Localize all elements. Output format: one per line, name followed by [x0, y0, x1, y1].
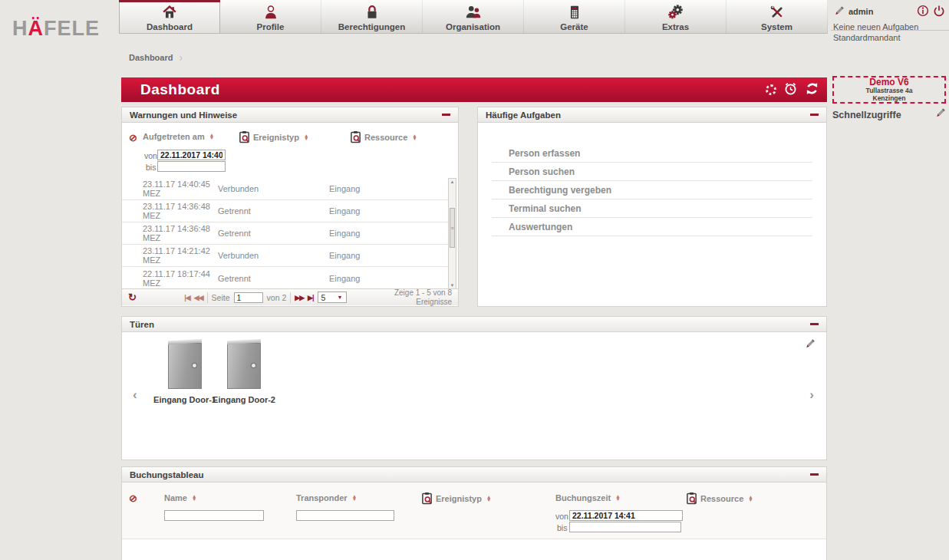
pager-next-button[interactable]: ▶▶ — [295, 294, 304, 301]
table-row[interactable]: 22.11.17 18:17:44 MEZGetrenntEingang — [122, 267, 450, 289]
demo-client-box[interactable]: Demo V6 Tullastrasse 4a Kenzingen — [832, 76, 946, 104]
logout-icon[interactable] — [933, 5, 945, 18]
demo-city: Kenzingen — [873, 95, 906, 102]
frequent-tasks-body: Person erfassen Person suchen Berechtigu… — [478, 123, 826, 305]
task-link-berechtigung-vergeben[interactable]: Berechtigung vergeben — [492, 181, 812, 199]
door-item[interactable]: Eingang Door-2 — [216, 343, 272, 404]
sort-icon[interactable]: ▲▼ — [748, 496, 753, 501]
tab-geraete[interactable]: Geräte — [524, 0, 625, 33]
column-header-ressource[interactable]: Ressource ▲▼ — [350, 130, 417, 143]
breadcrumb: Dashboard › — [129, 51, 183, 64]
lock-icon — [364, 4, 381, 21]
filter-select-icon[interactable] — [686, 492, 697, 505]
column-header-ereignistyp[interactable]: Ereignistyp ▲▼ — [239, 130, 308, 143]
table-row[interactable]: 23.11.17 14:36:48 MEZGetrenntEingang — [122, 200, 450, 222]
tab-label: Berechtigungen — [338, 22, 406, 31]
frequent-tasks-header: Häufige Aufgaben — [478, 107, 826, 123]
tab-label: Profile — [257, 22, 285, 31]
table-row[interactable]: 23.11.17 14:40:45 MEZVerbundenEingang — [122, 178, 450, 200]
minimize-icon[interactable] — [810, 473, 819, 476]
sort-icon[interactable]: ▲▼ — [304, 134, 308, 140]
alarm-icon[interactable] — [783, 81, 798, 99]
scrollbar[interactable]: ▲ ≡ ▼ — [448, 178, 456, 289]
von-label: von — [144, 151, 157, 160]
filter-select-icon[interactable] — [421, 492, 433, 505]
column-header-ereignistyp[interactable]: Ereignistyp ▲▼ — [421, 492, 491, 505]
breadcrumb-item[interactable]: Dashboard — [129, 53, 173, 62]
pager-first-button[interactable]: |◀ — [184, 294, 189, 301]
filter-von-input[interactable] — [569, 510, 683, 521]
home-icon — [161, 4, 178, 21]
clear-filter-icon[interactable]: ⊘ — [129, 492, 137, 504]
sort-icon[interactable]: ▲▼ — [352, 495, 357, 500]
filter-bis-input[interactable] — [569, 522, 681, 532]
filter-select-icon[interactable] — [239, 130, 250, 143]
door-item[interactable]: Eingang Door-1 — [157, 343, 213, 404]
info-icon[interactable] — [917, 5, 929, 18]
bookings-panel-body: ⊘ Name ▲▼ Transponder ▲▼ Ereignistyp ▲▼ … — [122, 483, 826, 560]
doors-panel-title: Türen — [130, 320, 154, 329]
filter-select-icon[interactable] — [350, 130, 361, 143]
sort-icon[interactable]: ▲▼ — [412, 134, 417, 140]
sort-icon[interactable]: ▲▼ — [615, 495, 620, 500]
warnings-panel-header: Warnungen und Hinweise — [122, 107, 458, 123]
column-header-aufgetreten[interactable]: Aufgetreten am ▲▼ — [143, 132, 214, 141]
gears-icon — [667, 4, 684, 21]
column-header-name[interactable]: Name ▲▼ — [164, 493, 196, 502]
tab-berechtigungen[interactable]: Berechtigungen — [321, 0, 423, 33]
tab-organisation[interactable]: Organisation — [423, 0, 524, 33]
main-navigation: Dashboard Profile Berechtigungen Organis… — [119, 0, 828, 34]
scroll-down-icon[interactable]: ▼ — [449, 283, 456, 288]
column-header-buchungszeit[interactable]: Buchungszeit ▲▼ — [555, 493, 621, 502]
person-icon — [262, 4, 279, 21]
minimize-icon[interactable] — [442, 114, 450, 116]
minimize-icon[interactable] — [810, 323, 819, 325]
tab-extras[interactable]: Extras — [625, 0, 727, 33]
tab-label: Geräte — [560, 22, 588, 31]
task-link-auswertungen[interactable]: Auswertungen — [492, 218, 812, 236]
table-row[interactable]: 23.11.17 14:36:48 MEZGetrenntEingang — [122, 222, 450, 245]
scrollbar-thumb[interactable]: ≡ — [450, 208, 455, 248]
task-link-person-suchen[interactable]: Person suchen — [492, 163, 812, 181]
tab-profile[interactable]: Profile — [220, 0, 321, 33]
page-number-input[interactable] — [234, 292, 263, 303]
carousel-left-icon[interactable]: ‹ — [133, 387, 137, 403]
sort-icon[interactable]: ▲▼ — [209, 133, 214, 139]
filter-transponder-input[interactable] — [296, 510, 394, 521]
pager-prev-button[interactable]: ◀◀ — [194, 294, 203, 301]
edit-doors-icon[interactable] — [804, 338, 816, 353]
filter-von-input[interactable] — [157, 150, 226, 160]
task-link-person-erfassen[interactable]: Person erfassen — [492, 144, 812, 163]
door-icon — [168, 343, 202, 389]
refresh-icon[interactable] — [805, 81, 819, 99]
scroll-up-icon[interactable]: ▲ — [449, 180, 456, 184]
tenant-label[interactable]: Standardmandant — [833, 33, 900, 42]
page-size-select[interactable]: 5 ▼ — [318, 292, 347, 303]
bis-label: bis — [557, 523, 567, 532]
edit-quick-access-icon[interactable] — [934, 107, 946, 122]
filter-name-input[interactable] — [164, 510, 264, 521]
pager-last-button[interactable]: ▶| — [308, 294, 313, 301]
task-link-terminal-suchen[interactable]: Terminal suchen — [492, 199, 812, 218]
doors-panel-body: ‹ › Eingang Door-1 Eingang Door-2 — [122, 332, 826, 459]
task-list: Person erfassen Person suchen Berechtigu… — [492, 144, 812, 236]
warnings-panel-title: Warnungen und Hinweise — [130, 110, 237, 120]
tools-icon — [769, 4, 786, 21]
filter-bis-input[interactable] — [157, 161, 226, 172]
minimize-icon[interactable] — [810, 114, 819, 116]
bookings-panel: Buchungstableau ⊘ Name ▲▼ Transponder ▲▼… — [121, 466, 827, 560]
user-divider — [831, 30, 949, 31]
reload-icon[interactable]: ↻ — [128, 292, 137, 303]
pager: ↻ |◀ ◀◀ Seite von 2 ▶▶ ▶| 5 ▼ Zeige 1 - … — [122, 288, 458, 305]
table-row[interactable]: 23.11.17 14:21:42 MEZVerbundenEingang — [122, 245, 450, 267]
tab-dashboard[interactable]: Dashboard — [119, 0, 220, 33]
edit-user-icon[interactable] — [833, 5, 845, 18]
column-header-ressource[interactable]: Ressource ▲▼ — [686, 492, 753, 505]
column-header-transponder[interactable]: Transponder ▲▼ — [296, 493, 357, 502]
carousel-right-icon[interactable]: › — [809, 387, 814, 403]
sort-icon[interactable]: ▲▼ — [486, 496, 491, 501]
frequent-tasks-title: Häufige Aufgaben — [486, 110, 561, 120]
tab-system[interactable]: System — [727, 0, 828, 33]
sort-icon[interactable]: ▲▼ — [192, 495, 196, 500]
clear-filter-icon[interactable]: ⊘ — [129, 132, 137, 143]
